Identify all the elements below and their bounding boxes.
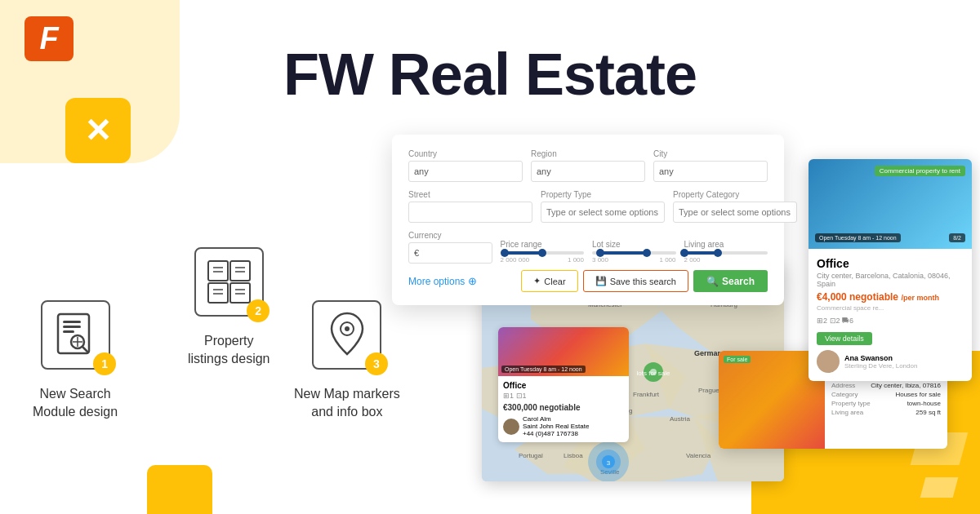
listing2-fields: Address City center, Ibiza, 07816 Catego…: [831, 382, 941, 416]
type-label: Property type: [831, 400, 871, 407]
feature-1-text: New SearchModule design: [33, 385, 118, 422]
svg-point-21: [345, 326, 350, 331]
currency-field: Currency €: [408, 231, 492, 264]
country-label: Country: [408, 149, 523, 158]
svg-text:Prague: Prague: [698, 387, 719, 394]
price-range-label: Price range: [501, 240, 585, 249]
search-buttons: ✦ Clear 💾 Save this search 🔍 Search: [521, 270, 768, 292]
property-category-input[interactable]: [673, 202, 797, 223]
more-options-icon: ⊕: [468, 275, 477, 287]
agent-info: Carol Alm Saint John Real Estate +44 (0)…: [523, 415, 589, 437]
lot-range-labels: 3 000 1 000: [592, 256, 676, 264]
street-input[interactable]: [408, 202, 532, 223]
listing2-area: Living area 259 sq ft: [831, 409, 941, 416]
living-area-field: Living area 2 000 0: [684, 240, 768, 264]
category-value: Houses for sale: [895, 391, 941, 398]
listing-card-main: Commercial property to rent Open Tuesday…: [808, 159, 972, 381]
price-range-thumb-max[interactable]: [538, 249, 546, 257]
svg-point-48: [650, 369, 657, 375]
price-range-field: Price range 2 000 000 1 000: [501, 240, 585, 264]
map-info-stats-text: ⊞1 ⊡1: [503, 392, 527, 400]
property-category-field: Property Category: [673, 190, 797, 223]
lot-thumb-max[interactable]: [643, 249, 651, 257]
country-field: Country any: [408, 149, 523, 182]
living-min-label: 2 000: [684, 256, 701, 264]
svg-text:Frankfurt: Frankfurt: [633, 391, 660, 398]
address-label: Address: [831, 382, 855, 389]
listing2-category: Category Houses for sale: [831, 391, 941, 398]
living-area-label: Living area: [684, 240, 768, 249]
feature-3-text: New Map markersand info box: [294, 385, 400, 422]
lot-range-fill: [600, 251, 646, 255]
svg-line-5: [82, 347, 87, 352]
city-label: City: [653, 149, 768, 158]
map-info-price: €300,000 negotiable: [503, 403, 624, 412]
map-info-content: Office ⊞1 ⊡1 €300,000 negotiable Carol A…: [498, 376, 629, 442]
region-select[interactable]: any: [531, 161, 645, 182]
price-range-fill: [505, 251, 542, 255]
listing-price-value: €4,000 negotiable: [817, 291, 898, 303]
price-range-track[interactable]: [501, 251, 585, 255]
listing-count: 8/2: [949, 233, 965, 242]
feature-search-module: 1 New SearchModule design: [33, 294, 118, 422]
view-details-button[interactable]: View details: [817, 332, 872, 345]
region-label: Region: [531, 149, 645, 158]
feature-2-number: 2: [247, 299, 270, 322]
search-module-icon: [55, 312, 96, 357]
clear-button[interactable]: ✦ Clear: [521, 270, 577, 292]
save-search-button[interactable]: 💾 Save this search: [583, 270, 688, 292]
lot-thumb-min[interactable]: [596, 249, 604, 257]
living-thumb-max[interactable]: [714, 249, 722, 257]
city-field: City any: [653, 149, 768, 182]
svg-rect-8: [208, 261, 228, 281]
map-info-time: Open Tuesday 8 am - 12 noon: [501, 366, 586, 373]
search-icon: 🔍: [706, 276, 719, 287]
more-options-link[interactable]: More options ⊕: [408, 275, 477, 287]
property-type-input[interactable]: [541, 202, 665, 223]
currency-select[interactable]: €: [408, 242, 492, 264]
feature-2-icon-wrap: 2: [188, 241, 270, 322]
joomla-badge: ✕: [65, 98, 131, 163]
living-range-labels: 2 000 0: [684, 256, 768, 264]
living-thumb-min[interactable]: [680, 249, 688, 257]
svg-text:Austria: Austria: [670, 415, 690, 423]
listing2-type: Property type town-house: [831, 400, 941, 407]
svg-rect-10: [208, 283, 228, 303]
city-select[interactable]: any: [653, 161, 768, 182]
listing-agent-company: Sterling De Vere, London: [844, 362, 917, 370]
svg-text:Valencia: Valencia: [686, 452, 711, 459]
feature-3-number: 3: [365, 352, 388, 375]
lot-size-field: Lot size 3 000 1 000: [592, 240, 676, 264]
feature-2-text: Propertylistings design: [188, 332, 270, 369]
svg-rect-9: [230, 261, 250, 281]
agent-phone: +44 (0)487 176738: [523, 430, 589, 437]
listings-icon: [207, 259, 252, 304]
search-row-type: Street Property Type Property Category: [408, 190, 768, 223]
svg-rect-1: [63, 321, 81, 323]
map-marker-icon: [327, 310, 368, 359]
listing-image: Commercial property to rent Open Tuesday…: [808, 159, 972, 249]
agent-company: Saint John Real Estate: [523, 423, 589, 430]
listing-content: Office City center, Barcelona, Catalonia…: [808, 249, 972, 381]
clear-label: Clear: [544, 277, 565, 286]
listing2-badge: For sale: [724, 356, 751, 363]
property-category-label: Property Category: [673, 190, 797, 199]
country-select[interactable]: any: [408, 161, 523, 182]
listing-agent-avatar: [817, 350, 840, 373]
price-range-labels: 2 000 000 1 000: [501, 256, 585, 264]
living-range-track[interactable]: [684, 251, 768, 255]
listing2-address: Address City center, Ibiza, 07816: [831, 382, 941, 389]
listing-time: Open Tuesday 8 am - 12 noon: [815, 233, 901, 242]
listing-agent-name: Ana Swanson: [844, 354, 917, 362]
joomla-icon: ✕: [84, 112, 112, 149]
area-value: 259 sq ft: [915, 409, 941, 416]
search-button[interactable]: 🔍 Search: [693, 270, 768, 292]
price-range-thumb-min[interactable]: [501, 249, 509, 257]
bg-parallelogram-2: [920, 477, 959, 498]
page-title: FW Real Estate: [0, 41, 980, 108]
map-info-stats: ⊞1 ⊡1: [503, 392, 624, 400]
lot-range-track[interactable]: [592, 251, 676, 255]
feature-1-number: 1: [93, 352, 116, 375]
svg-rect-11: [230, 283, 250, 303]
search-label: Search: [722, 276, 755, 287]
